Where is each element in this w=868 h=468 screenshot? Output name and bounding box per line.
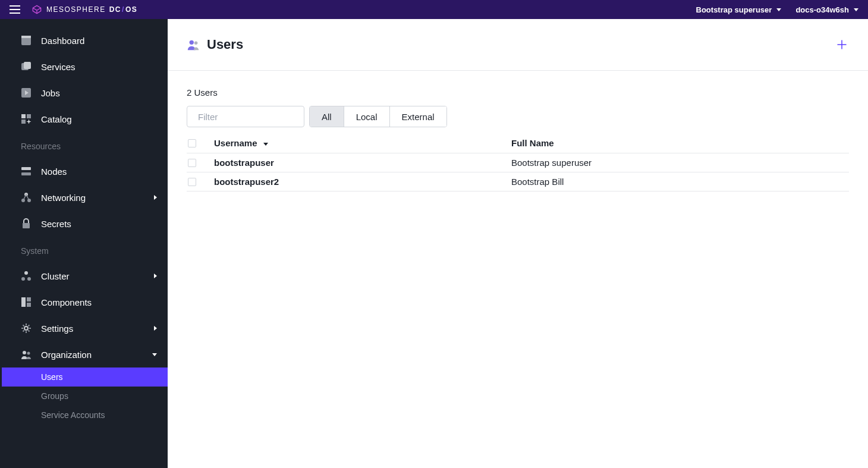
sidebar-item-label: Cluster	[41, 271, 70, 281]
sort-descending-icon	[263, 143, 268, 146]
cluster-icon	[21, 271, 32, 281]
sidebar-item-label: Nodes	[41, 167, 67, 177]
svg-point-27	[27, 352, 30, 355]
sidebar-item-label: Catalog	[41, 114, 72, 124]
row-checkbox[interactable]	[188, 178, 196, 186]
svg-point-19	[24, 271, 28, 275]
organization-icon	[21, 349, 32, 360]
sidebar-item-catalog[interactable]: Catalog	[2, 106, 168, 132]
sidebar-subitem-users[interactable]: Users	[2, 368, 168, 387]
svg-point-29	[194, 42, 198, 45]
sidebar-item-jobs[interactable]: Jobs	[2, 80, 168, 106]
svg-rect-8	[27, 114, 31, 118]
settings-icon	[21, 323, 32, 334]
catalog-icon	[21, 114, 32, 124]
plus-icon	[837, 40, 847, 49]
svg-point-21	[27, 277, 31, 281]
svg-rect-7	[21, 114, 26, 118]
cluster-menu[interactable]: docs-o34w6sh	[795, 5, 858, 14]
sidebar-heading-resources: Resources	[2, 132, 168, 158]
mesosphere-logo-icon	[32, 5, 42, 14]
table-header-row: Username Full Name	[187, 133, 849, 153]
column-header-label: Full Name	[511, 138, 554, 148]
sidebar-subitem-groups[interactable]: Groups	[2, 387, 168, 406]
sidebar-item-networking[interactable]: Networking	[2, 184, 168, 211]
svg-rect-12	[29, 120, 29, 124]
sidebar-item-secrets[interactable]: Secrets	[2, 211, 168, 237]
sidebar-heading-system: System	[2, 237, 168, 263]
add-user-button[interactable]	[835, 37, 849, 52]
dashboard-icon	[21, 35, 32, 46]
sidebar-item-settings[interactable]: Settings	[2, 315, 168, 341]
brand-text: MESOSPHERE	[46, 5, 106, 14]
nodes-icon	[21, 166, 32, 177]
sidebar-item-organization[interactable]: Organization	[2, 341, 168, 368]
brand-slash: /	[122, 5, 125, 14]
cell-username[interactable]: bootstrapuser	[214, 158, 511, 168]
secrets-icon	[21, 218, 32, 229]
sidebar-item-label: Jobs	[41, 88, 60, 98]
caret-down-icon	[854, 8, 858, 11]
chevron-down-icon	[152, 353, 157, 356]
page-title: Users	[207, 37, 243, 52]
column-header-username[interactable]: Username	[214, 138, 511, 148]
svg-point-25	[24, 326, 28, 330]
topbar: MESOSPHERE DC / OS Bootstrap superuser d…	[0, 0, 868, 19]
svg-point-28	[190, 40, 194, 45]
networking-icon	[21, 192, 32, 203]
table-row: bootstrapuser Bootstrap superuser	[187, 153, 849, 172]
components-icon	[21, 297, 32, 307]
chevron-right-icon	[154, 195, 157, 200]
brand-os: OS	[125, 5, 137, 14]
main-content: Users 2 Users All Local	[168, 19, 868, 468]
svg-rect-14	[21, 172, 31, 175]
segment-label: All	[322, 112, 332, 122]
segment-external[interactable]: External	[390, 106, 446, 127]
sidebar-item-label: Organization	[41, 350, 92, 360]
sidebar: Dashboard Services Jobs Catalog	[0, 19, 168, 468]
sidebar-subitem-label: Users	[41, 372, 63, 382]
segment-all[interactable]: All	[310, 106, 344, 127]
sidebar-subitem-service-accounts[interactable]: Service Accounts	[2, 406, 168, 425]
sidebar-item-label: Dashboard	[41, 36, 84, 46]
svg-rect-18	[23, 223, 30, 228]
sidebar-subitem-label: Service Accounts	[41, 410, 105, 420]
sidebar-item-label: Secrets	[41, 219, 71, 229]
jobs-icon	[21, 87, 32, 98]
user-menu[interactable]: Bootstrap superuser	[696, 5, 782, 14]
users-table: Username Full Name bootstrapuser Bootstr…	[187, 133, 849, 191]
svg-point-26	[23, 351, 26, 354]
caret-down-icon	[776, 8, 781, 11]
filter-input-wrapper[interactable]	[187, 106, 304, 127]
svg-rect-9	[21, 120, 26, 124]
segment-label: Local	[356, 112, 378, 122]
cell-username[interactable]: bootstrapuser2	[214, 177, 511, 187]
chevron-right-icon	[154, 326, 157, 331]
select-all-checkbox[interactable]	[188, 139, 196, 147]
sidebar-item-components[interactable]: Components	[2, 289, 168, 315]
column-header-fullname[interactable]: Full Name	[511, 138, 849, 148]
brand-logo[interactable]: MESOSPHERE DC / OS	[32, 5, 137, 14]
sidebar-item-dashboard[interactable]: Dashboard	[2, 27, 168, 54]
hamburger-menu-button[interactable]	[10, 4, 20, 15]
filter-input[interactable]	[198, 112, 311, 122]
services-icon	[21, 61, 32, 72]
cell-fullname: Bootstrap superuser	[511, 158, 849, 168]
cluster-menu-label: docs-o34w6sh	[795, 5, 849, 14]
sidebar-item-cluster[interactable]: Cluster	[2, 263, 168, 289]
sidebar-item-services[interactable]: Services	[2, 54, 168, 80]
sidebar-subitem-label: Groups	[41, 391, 68, 401]
svg-rect-13	[21, 167, 31, 170]
sidebar-item-label: Components	[41, 297, 92, 307]
users-icon	[187, 38, 200, 51]
table-row: bootstrapuser2 Bootstrap Bill	[187, 172, 849, 191]
chevron-right-icon	[154, 274, 157, 278]
svg-rect-4	[24, 62, 31, 69]
page-header: Users	[168, 19, 868, 71]
segment-local[interactable]: Local	[344, 106, 390, 127]
row-checkbox[interactable]	[188, 159, 196, 167]
column-header-label: Username	[214, 138, 257, 148]
sidebar-item-label: Services	[41, 62, 76, 72]
sidebar-item-nodes[interactable]: Nodes	[2, 158, 168, 184]
cell-fullname: Bootstrap Bill	[511, 177, 849, 187]
